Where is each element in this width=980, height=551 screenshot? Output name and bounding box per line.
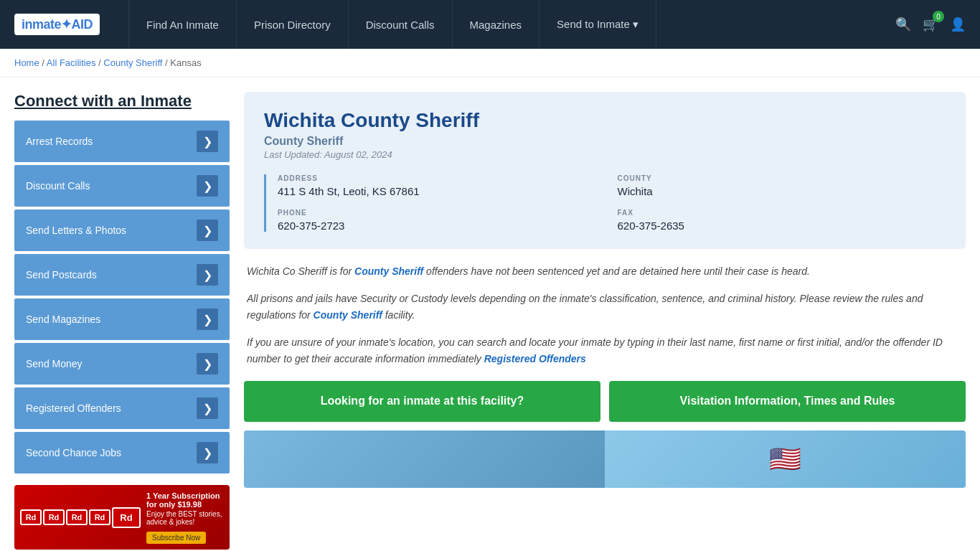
description-para1: Wichita Co Sheriff is for County Sheriff… (247, 263, 963, 279)
nav-prison-directory[interactable]: Prison Directory (237, 0, 349, 49)
sidebar: Connect with an Inmate Arrest Records ❯ … (14, 92, 230, 550)
phone-value: 620-375-2723 (278, 220, 606, 232)
sidebar-ad-inner: Rd Rd Rd Rd Rd 1 Year Subscription for o… (14, 486, 230, 550)
nav-magazines[interactable]: Magazines (453, 0, 540, 49)
sidebar-item-arrest-records-label: Arrest Records (26, 136, 93, 147)
flag-icon: 🇺🇸 (769, 444, 801, 474)
logo[interactable]: inmate✦AID (14, 14, 100, 35)
facility-details: ADDRESS 411 S 4th St, Leoti, KS 67861 CO… (264, 174, 946, 232)
breadcrumb-state: Kansas (170, 57, 201, 68)
sidebar-ad[interactable]: Rd Rd Rd Rd Rd 1 Year Subscription for o… (14, 485, 230, 550)
sidebar-menu: Arrest Records ❯ Discount Calls ❯ Send L… (14, 121, 230, 474)
ad-promo-line2: Enjoy the BEST stories, advice & jokes! (146, 510, 224, 526)
sidebar-item-send-magazines[interactable]: Send Magazines ❯ (14, 298, 230, 340)
user-icon[interactable]: 👤 (950, 17, 966, 32)
fax-value: 620-375-2635 (618, 220, 946, 232)
image-strip: 🇺🇸 (244, 430, 966, 488)
sidebar-item-send-letters-label: Send Letters & Photos (26, 225, 126, 236)
sidebar-arrow-send-postcards: ❯ (197, 264, 218, 286)
sidebar-item-second-chance-jobs[interactable]: Second Chance Jobs ❯ (14, 432, 230, 474)
county-label: COUNTY (618, 174, 946, 182)
nav-send-to-inmate[interactable]: Send to Inmate ▾ (540, 0, 656, 49)
rd-logo-2: Rd (43, 509, 65, 525)
description: Wichita Co Sheriff is for County Sheriff… (244, 263, 966, 367)
sidebar-item-discount-calls[interactable]: Discount Calls ❯ (14, 165, 230, 207)
sidebar-arrow-second-chance-jobs: ❯ (197, 442, 218, 463)
rd-logo-3: Rd (66, 509, 88, 525)
county-sheriff-link-1[interactable]: County Sheriff (354, 265, 423, 277)
nav-find-inmate[interactable]: Find An Inmate (128, 0, 237, 49)
navbar-links: Find An Inmate Prison Directory Discount… (128, 0, 895, 49)
sidebar-item-send-letters[interactable]: Send Letters & Photos ❯ (14, 209, 230, 251)
address-value: 411 S 4th St, Leoti, KS 67861 (278, 185, 606, 197)
breadcrumb-home[interactable]: Home (14, 57, 39, 68)
sidebar-item-registered-offenders[interactable]: Registered Offenders ❯ (14, 387, 230, 429)
detail-county: COUNTY Wichita (618, 174, 946, 197)
fax-label: FAX (618, 209, 946, 217)
facility-type: County Sheriff (264, 135, 946, 148)
sidebar-item-registered-offenders-label: Registered Offenders (26, 402, 121, 414)
rd-logo-1: Rd (20, 509, 42, 525)
logo-aid: AID (72, 17, 93, 32)
sidebar-item-send-magazines-label: Send Magazines (26, 314, 100, 325)
breadcrumb-county-sheriff[interactable]: County Sheriff (103, 57, 162, 68)
sidebar-arrow-send-letters: ❯ (197, 220, 218, 241)
facility-image-left (244, 430, 605, 488)
navbar: inmate✦AID Find An Inmate Prison Directo… (0, 0, 980, 49)
logo-inmate: inmate (22, 17, 61, 32)
sidebar-item-discount-calls-label: Discount Calls (26, 180, 90, 192)
action-buttons: Looking for an inmate at this facility? … (244, 381, 966, 422)
breadcrumb: Home / All Facilities / County Sheriff /… (0, 49, 980, 77)
find-inmate-button[interactable]: Looking for an inmate at this facility? (244, 381, 600, 422)
detail-phone: PHONE 620-375-2723 (278, 209, 606, 232)
county-sheriff-link-2[interactable]: County Sheriff (314, 309, 382, 321)
cart-icon[interactable]: 🛒 0 (923, 17, 938, 32)
description-para3: If you are unsure of your inmate's locat… (247, 334, 963, 367)
registered-offenders-link[interactable]: Registered Offenders (484, 353, 586, 364)
rd-logo-4: Rd (89, 509, 110, 525)
sidebar-title: Connect with an Inmate (14, 92, 230, 110)
ad-subscribe-button[interactable]: Subscribe Now (146, 532, 206, 544)
detail-address: ADDRESS 411 S 4th St, Leoti, KS 67861 (278, 174, 606, 197)
content: Wichita County Sheriff County Sheriff La… (244, 92, 966, 550)
sidebar-arrow-send-money: ❯ (197, 353, 218, 375)
ad-promo-line1: 1 Year Subscription for only $19.98 (146, 491, 224, 509)
facility-updated: Last Updated: August 02, 2024 (264, 149, 946, 160)
sidebar-arrow-registered-offenders: ❯ (197, 397, 218, 419)
nav-discount-calls[interactable]: Discount Calls (349, 0, 453, 49)
address-label: ADDRESS (278, 174, 606, 182)
breadcrumb-all-facilities[interactable]: All Facilities (47, 57, 96, 68)
description-para2: All prisons and jails have Security or C… (247, 291, 963, 323)
search-icon[interactable]: 🔍 (895, 17, 911, 32)
cart-badge: 0 (933, 11, 944, 22)
main-container: Connect with an Inmate Arrest Records ❯ … (0, 77, 980, 551)
sidebar-arrow-discount-calls: ❯ (197, 175, 218, 197)
sidebar-item-send-postcards[interactable]: Send Postcards ❯ (14, 254, 230, 296)
sidebar-arrow-send-magazines: ❯ (197, 309, 218, 330)
logo-star: ✦ (61, 17, 72, 32)
county-value: Wichita (618, 185, 946, 197)
rd-logo-main: Rd (112, 507, 141, 528)
logo-text: inmate✦AID (14, 14, 100, 35)
detail-fax: FAX 620-375-2635 (618, 209, 946, 232)
facility-name: Wichita County Sheriff (264, 109, 946, 132)
sidebar-item-second-chance-jobs-label: Second Chance Jobs (26, 447, 121, 458)
facility-image-right: 🇺🇸 (605, 430, 966, 488)
sidebar-arrow-arrest-records: ❯ (197, 131, 218, 152)
ad-text: 1 Year Subscription for only $19.98 Enjo… (146, 491, 224, 544)
sidebar-item-send-postcards-label: Send Postcards (26, 269, 97, 281)
sidebar-item-send-money[interactable]: Send Money ❯ (14, 343, 230, 385)
facility-card: Wichita County Sheriff County Sheriff La… (244, 92, 966, 249)
phone-label: PHONE (278, 209, 606, 217)
navbar-icons: 🔍 🛒 0 👤 (895, 17, 966, 32)
visitation-info-button[interactable]: Visitation Information, Times and Rules (609, 381, 966, 422)
sidebar-item-send-money-label: Send Money (26, 358, 83, 369)
sidebar-item-arrest-records[interactable]: Arrest Records ❯ (14, 121, 230, 162)
